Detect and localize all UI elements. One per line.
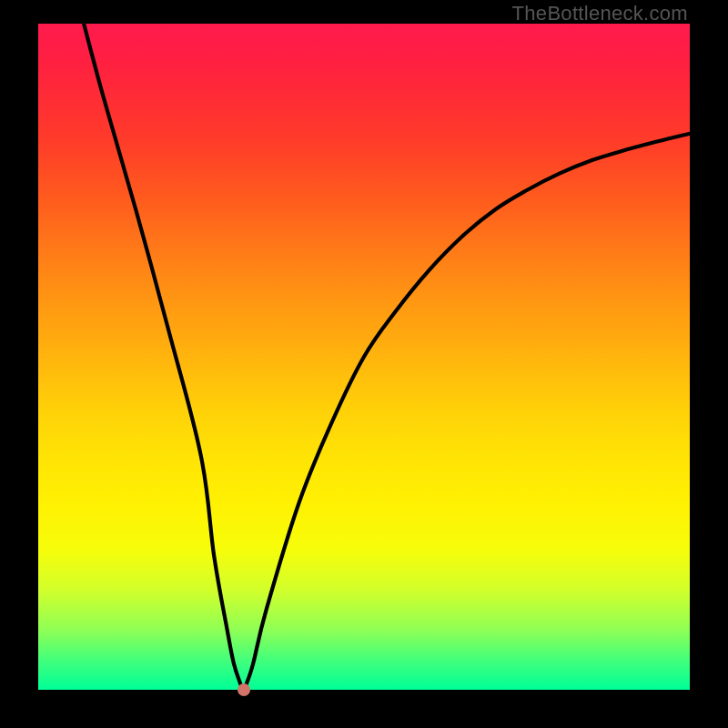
plot-area [38,24,690,690]
watermark-label: TheBottleneck.com [512,2,688,25]
optimum-marker [238,683,250,696]
chart-frame: TheBottleneck.com [0,0,728,728]
bottleneck-curve [38,24,690,690]
